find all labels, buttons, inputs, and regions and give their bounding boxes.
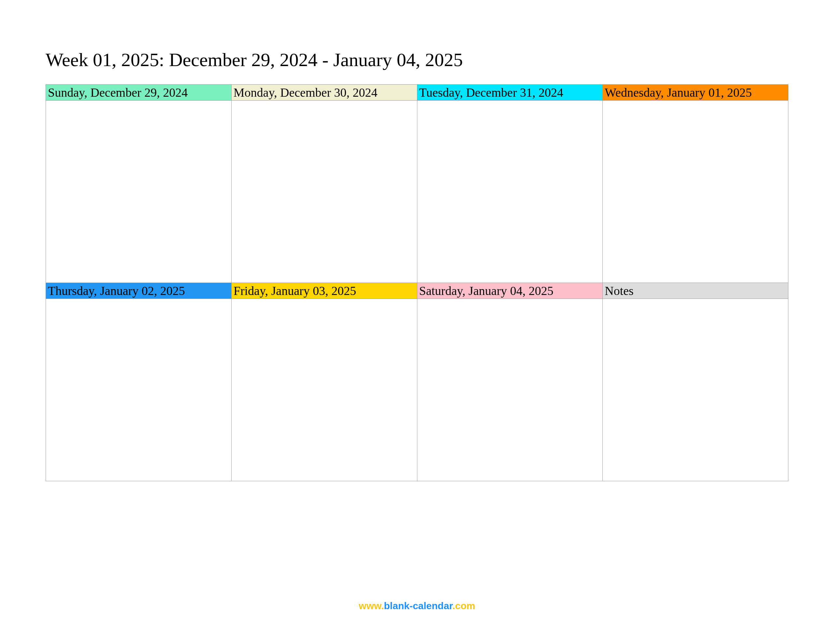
footer-blank: blank (384, 600, 409, 611)
header-wednesday: Wednesday, January 01, 2025 (603, 85, 789, 101)
header-sunday: Sunday, December 29, 2024 (46, 85, 232, 101)
header-notes: Notes (603, 283, 789, 299)
header-friday: Friday, January 03, 2025 (231, 283, 417, 299)
body-notes[interactable] (603, 299, 789, 481)
header-tuesday: Tuesday, December 31, 2024 (417, 85, 603, 101)
body-sunday[interactable] (46, 101, 232, 283)
footer-www: www (359, 600, 381, 611)
calendar-page: Week 01, 2025: December 29, 2024 - Janua… (0, 0, 834, 481)
footer-com: com (455, 600, 475, 611)
page-title: Week 01, 2025: December 29, 2024 - Janua… (45, 49, 789, 71)
header-thursday: Thursday, January 02, 2025 (46, 283, 232, 299)
body-monday[interactable] (231, 101, 417, 283)
body-wednesday[interactable] (603, 101, 789, 283)
body-friday[interactable] (231, 299, 417, 481)
footer-dot1: . (381, 600, 384, 611)
body-saturday[interactable] (417, 299, 603, 481)
footer-calendar: calendar (413, 600, 453, 611)
footer-dash: - (409, 600, 413, 611)
body-tuesday[interactable] (417, 101, 603, 283)
footer-link[interactable]: www.blank-calendar.com (0, 600, 834, 612)
header-saturday: Saturday, January 04, 2025 (417, 283, 603, 299)
body-thursday[interactable] (46, 299, 232, 481)
weekly-calendar-grid: Sunday, December 29, 2024 Monday, Decemb… (45, 84, 789, 481)
header-monday: Monday, December 30, 2024 (231, 85, 417, 101)
footer-dot2: . (453, 600, 455, 611)
